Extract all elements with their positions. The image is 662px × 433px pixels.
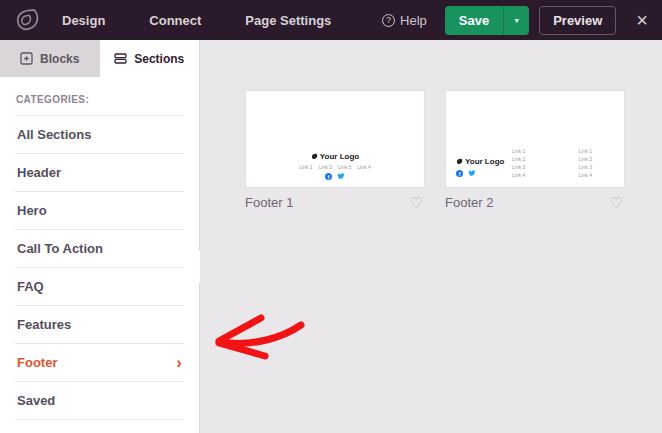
tab-sections-label: Sections xyxy=(134,52,184,66)
category-faq[interactable]: FAQ xyxy=(15,268,184,306)
footer-1-thumbnail[interactable]: Your Logo Link 1 Link 2 Link 3 Link 4 f xyxy=(245,90,425,188)
tab-blocks[interactable]: Blocks xyxy=(0,40,100,77)
topbar-actions: ? Help Save ▼ Preview × xyxy=(382,6,648,35)
red-annotation-arrow xyxy=(210,310,310,370)
facebook-icon: f xyxy=(325,173,332,180)
save-button[interactable]: Save xyxy=(445,6,503,35)
blocks-icon xyxy=(20,52,33,65)
preview-link: Link 1 xyxy=(512,148,525,154)
preview-link: Link 3 xyxy=(512,164,525,170)
category-header[interactable]: Header xyxy=(15,154,184,192)
category-features[interactable]: Features xyxy=(15,306,184,344)
section-title: Footer 2 xyxy=(445,195,493,210)
category-label: Hero xyxy=(17,203,47,218)
category-label: Saved xyxy=(17,393,55,408)
preview-link: Link 2 xyxy=(319,164,332,170)
footer-1-preview: Your Logo Link 1 Link 2 Link 3 Link 4 f xyxy=(246,152,424,180)
app-body: Blocks Sections CATEGORIES: All Sections… xyxy=(0,40,662,433)
help-icon: ? xyxy=(382,14,395,27)
footer-2-thumbnail[interactable]: Your Logo f Link 1 Link 2 xyxy=(445,90,625,188)
category-footer[interactable]: Footer › xyxy=(15,344,184,382)
save-dropdown-button[interactable]: ▼ xyxy=(503,6,529,35)
sidebar-tabs: Blocks Sections xyxy=(0,40,199,77)
category-label: Footer xyxy=(17,355,57,370)
category-label: Call To Action xyxy=(17,241,103,256)
preview-logo-text: Your Logo xyxy=(320,152,359,161)
leaf-logo-icon xyxy=(311,153,318,160)
category-saved[interactable]: Saved xyxy=(15,382,184,420)
category-favorites[interactable]: Favorites xyxy=(15,420,184,433)
top-bar: Design Connect Page Settings ? Help Save… xyxy=(0,0,662,40)
footer-2-label-row: Footer 2 ♡ xyxy=(445,195,625,210)
preview-logo: Your Logo xyxy=(456,157,504,166)
favorite-heart-icon[interactable]: ♡ xyxy=(410,195,423,210)
help-label: Help xyxy=(400,13,427,28)
category-label: Header xyxy=(17,165,61,180)
footer-1-label-row: Footer 1 ♡ xyxy=(245,195,425,210)
category-call-to-action[interactable]: Call To Action xyxy=(15,230,184,268)
preview-link: Link 3 xyxy=(579,164,592,170)
footer-2-preview-link-columns: Link 1 Link 2 Link 3 Link 4 Link 1 Link … xyxy=(512,148,616,178)
preview-social-icons: f xyxy=(325,173,345,180)
preview-link: Link 2 xyxy=(512,156,525,162)
category-list: All Sections Header Hero Call To Action … xyxy=(0,115,199,433)
footer-2-preview-logo-block: Your Logo f xyxy=(456,157,504,177)
leaf-logo-icon xyxy=(456,158,463,165)
preview-link-column: Link 1 Link 2 Link 3 Link 4 xyxy=(512,148,525,178)
section-card-footer-1: Your Logo Link 1 Link 2 Link 3 Link 4 f xyxy=(245,90,425,210)
category-hero[interactable]: Hero xyxy=(15,192,184,230)
nav-connect[interactable]: Connect xyxy=(149,13,201,28)
chevron-right-icon: › xyxy=(176,358,182,368)
sections-panel: Your Logo Link 1 Link 2 Link 3 Link 4 f xyxy=(200,40,662,433)
nav-page-settings[interactable]: Page Settings xyxy=(245,13,331,28)
category-label: All Sections xyxy=(17,127,91,142)
seedprod-logo-icon xyxy=(14,7,40,33)
twitter-icon xyxy=(468,170,476,177)
category-label: FAQ xyxy=(17,279,44,294)
preview-link: Link 4 xyxy=(357,164,370,170)
category-label: Features xyxy=(17,317,71,332)
save-button-group: Save ▼ xyxy=(445,6,529,35)
facebook-icon: f xyxy=(456,170,463,177)
preview-link: Link 4 xyxy=(512,172,525,178)
twitter-icon xyxy=(337,173,345,180)
top-nav: Design Connect Page Settings xyxy=(62,13,331,28)
categories-heading: CATEGORIES: xyxy=(0,77,199,115)
section-cards: Your Logo Link 1 Link 2 Link 3 Link 4 f xyxy=(245,90,662,210)
preview-link: Link 2 xyxy=(579,156,592,162)
preview-logo-text: Your Logo xyxy=(465,157,504,166)
preview-link-column: Link 1 Link 2 Link 3 Link 4 xyxy=(579,148,592,178)
section-title: Footer 1 xyxy=(245,195,293,210)
preview-link: Link 1 xyxy=(299,164,312,170)
preview-link: Link 4 xyxy=(579,172,592,178)
preview-button[interactable]: Preview xyxy=(539,6,616,35)
tab-blocks-label: Blocks xyxy=(40,52,79,66)
close-icon[interactable]: × xyxy=(636,10,648,30)
sections-icon xyxy=(114,52,127,65)
section-card-footer-2: Your Logo f Link 1 Link 2 xyxy=(445,90,625,210)
tab-sections[interactable]: Sections xyxy=(100,40,200,77)
nav-design[interactable]: Design xyxy=(62,13,105,28)
preview-logo: Your Logo xyxy=(311,152,359,161)
preview-links: Link 1 Link 2 Link 3 Link 4 xyxy=(299,164,370,170)
category-all-sections[interactable]: All Sections xyxy=(15,115,184,154)
preview-social-icons: f xyxy=(456,170,504,177)
preview-link: Link 3 xyxy=(338,164,351,170)
preview-link: Link 1 xyxy=(579,148,592,154)
favorite-heart-icon[interactable]: ♡ xyxy=(610,195,623,210)
caret-down-icon: ▼ xyxy=(513,17,520,24)
help-link[interactable]: ? Help xyxy=(382,13,427,28)
sidebar: Blocks Sections CATEGORIES: All Sections… xyxy=(0,40,200,433)
